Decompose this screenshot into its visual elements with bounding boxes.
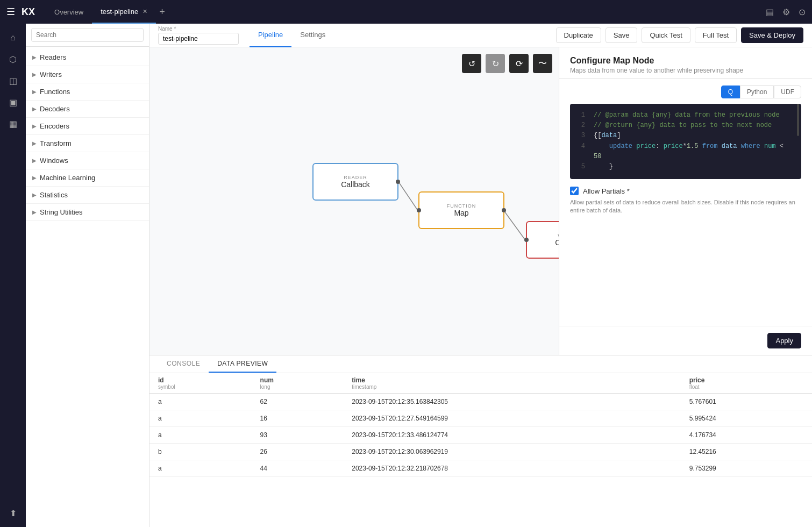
chevron-icon: ▶ [32, 106, 37, 112]
sidebar-item-nodes[interactable]: ⬡ [3, 49, 23, 69]
group-encoders: ▶ Encoders [26, 118, 149, 135]
cell-price: 4.176734 [681, 427, 812, 444]
group-writers: ▶ Writers [26, 66, 149, 83]
col-header-num: num long [252, 373, 344, 394]
node-writer[interactable]: WRITER Console [526, 221, 559, 259]
group-ml: ▶ Machine Learning [26, 169, 149, 187]
col-header-id: id symbol [149, 373, 252, 394]
activity-button[interactable]: 〜 [533, 54, 552, 73]
node-function[interactable]: FUNCTION Map [418, 191, 504, 229]
pipeline-canvas[interactable]: ↺ ↻ ⟳ 〜 READER Callback [149, 47, 559, 355]
tab-settings[interactable]: Settings [291, 24, 334, 47]
tab-pipeline[interactable]: Pipeline [250, 24, 291, 47]
tab-test-pipeline[interactable]: test-pipeline ✕ [92, 0, 156, 24]
group-windows-header[interactable]: ▶ Windows [26, 152, 149, 169]
full-test-button[interactable]: Full Test [695, 27, 737, 43]
pipeline-name-input[interactable] [158, 33, 239, 45]
sidebar-item-home[interactable]: ⌂ [3, 28, 23, 47]
cell-num: 62 [252, 394, 344, 410]
bottom-tab-console[interactable]: CONSOLE [158, 355, 209, 373]
group-statistics-header[interactable]: ▶ Statistics [26, 187, 149, 203]
data-table: id symbol num long time timestamp [149, 373, 812, 527]
tab-overview[interactable]: Overview [46, 0, 92, 24]
group-functions: ▶ Functions [26, 83, 149, 101]
group-decoders-header[interactable]: ▶ Decoders [26, 101, 149, 117]
node-reader[interactable]: READER Callback [312, 163, 398, 201]
undo-button[interactable]: ↺ [462, 54, 481, 73]
menu-icon[interactable]: ☰ [6, 6, 15, 18]
config-panel: Configure Map Node Maps data from one va… [559, 47, 812, 355]
group-string-utils-header[interactable]: ▶ String Utilities [26, 204, 149, 220]
group-ml-header[interactable]: ▶ Machine Learning [26, 169, 149, 186]
save-deploy-button[interactable]: Save & Deploy [741, 27, 803, 43]
group-writers-label: Writers [40, 70, 62, 79]
icon-sidebar: ⌂ ⬡ ◫ ▣ ▦ ⬆ [0, 24, 26, 527]
group-writers-header[interactable]: ▶ Writers [26, 66, 149, 83]
refresh-button[interactable]: ⟳ [509, 54, 529, 73]
chevron-icon: ▶ [32, 158, 37, 163]
code-line-1: 1 // @param data {any} data from the pre… [576, 110, 795, 120]
group-transform-header[interactable]: ▶ Transform [26, 135, 149, 152]
user-icon[interactable]: ⊙ [799, 7, 806, 17]
line-num-4: 4 [576, 141, 585, 162]
table-row: b262023-09-15T20:12:30.06396291912.45216 [149, 444, 812, 460]
quick-test-button[interactable]: Quick Test [642, 27, 690, 43]
lang-tab-udf[interactable]: UDF [774, 86, 801, 98]
redo-button[interactable]: ↻ [486, 54, 505, 73]
cell-num: 26 [252, 444, 344, 460]
cell-time: 2023-09-15T20:12:33.486124774 [343, 427, 681, 444]
table-row: a442023-09-15T20:12:32.2187026789.753299 [149, 460, 812, 477]
cell-time: 2023-09-15T20:12:32.218702678 [343, 460, 681, 477]
table-row: a162023-09-15T20:12:27.5491645995.995424 [149, 410, 812, 427]
chevron-icon: ▶ [32, 192, 37, 198]
svg-line-1 [504, 211, 526, 241]
allow-partials-checkbox[interactable] [570, 187, 579, 195]
pipeline-area: Name * Pipeline Settings Duplicate Save … [149, 24, 812, 527]
search-input[interactable] [31, 28, 144, 42]
tab-close-icon[interactable]: ✕ [143, 8, 147, 15]
name-label: Name * [158, 26, 239, 32]
config-title: Configure Map Node [570, 56, 801, 66]
group-ml-label: Machine Learning [40, 174, 95, 182]
cell-price: 5.767601 [681, 394, 812, 410]
sidebar-item-upload[interactable]: ⬆ [3, 503, 23, 523]
code-content-2: // @return {any} data to pass to the nex… [594, 120, 772, 131]
pipeline-name-section: Name * [158, 26, 239, 45]
chevron-icon: ▶ [32, 175, 37, 181]
scrollbar [797, 104, 799, 136]
group-windows-label: Windows [40, 156, 68, 165]
group-decoders: ▶ Decoders [26, 101, 149, 118]
add-tab-icon[interactable]: + [159, 6, 165, 18]
notes-icon[interactable]: ▤ [766, 7, 774, 17]
code-line-3: 3 {[data] [576, 131, 795, 141]
sidebar-item-chart[interactable]: ▦ [3, 114, 23, 133]
sidebar-item-screen[interactable]: ▣ [3, 92, 23, 112]
apply-button[interactable]: Apply [767, 333, 801, 348]
group-readers-header[interactable]: ▶ Readers [26, 49, 149, 66]
settings-icon[interactable]: ⚙ [782, 7, 790, 17]
cell-price: 9.753299 [681, 460, 812, 477]
line-num-2: 2 [576, 120, 585, 131]
bottom-tab-data-preview[interactable]: DATA PREVIEW [209, 355, 276, 373]
chevron-icon: ▶ [32, 54, 37, 60]
duplicate-button[interactable]: Duplicate [556, 27, 601, 43]
code-content-3: {[data] [594, 131, 621, 141]
cell-id: a [149, 427, 252, 444]
lang-tab-python[interactable]: Python [740, 86, 774, 98]
group-functions-header[interactable]: ▶ Functions [26, 83, 149, 100]
sidebar-item-layers[interactable]: ◫ [3, 71, 23, 90]
pipeline-header: Name * Pipeline Settings Duplicate Save … [149, 24, 812, 47]
pipeline-actions: Duplicate Save Quick Test Full Test Save… [556, 27, 803, 43]
config-footer: Apply [559, 326, 812, 355]
lang-tab-q[interactable]: Q [721, 86, 740, 98]
logo: KX [22, 6, 35, 18]
component-panel: ▶ Readers ▶ Writers ▶ Functions ▶ [26, 24, 149, 527]
chevron-icon: ▶ [32, 72, 37, 77]
config-subtitle: Maps data from one value to another whil… [570, 67, 801, 74]
table-header-row: id symbol num long time timestamp [149, 373, 812, 394]
code-editor[interactable]: 1 // @param data {any} data from the pre… [570, 104, 801, 179]
allow-partials-section: Allow Partials * [570, 187, 801, 195]
group-encoders-header[interactable]: ▶ Encoders [26, 118, 149, 134]
save-button[interactable]: Save [606, 27, 638, 43]
chevron-icon: ▶ [32, 123, 37, 129]
